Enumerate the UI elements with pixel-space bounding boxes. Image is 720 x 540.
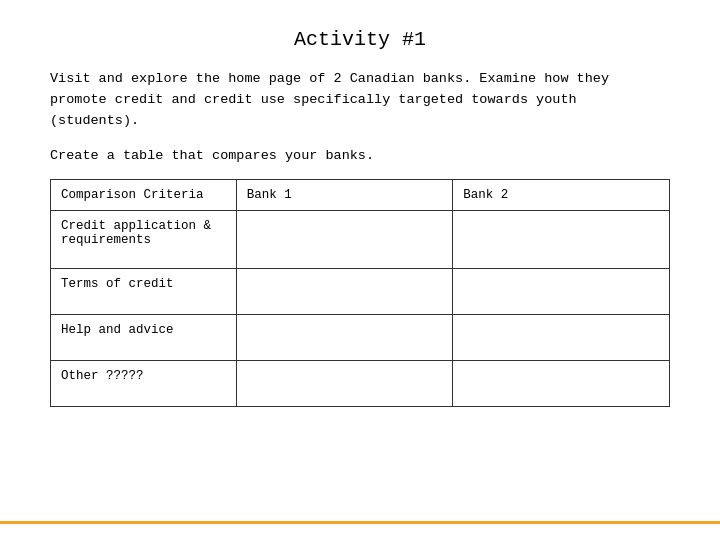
table-row: Help and advice bbox=[51, 314, 670, 360]
intro-text: Visit and explore the home page of 2 Can… bbox=[50, 69, 670, 132]
bank1-cell-0[interactable] bbox=[236, 210, 453, 268]
criteria-cell-2: Help and advice bbox=[51, 314, 237, 360]
page-title: Activity #1 bbox=[50, 28, 670, 51]
table-row: Credit application &requirements bbox=[51, 210, 670, 268]
bank1-cell-1[interactable] bbox=[236, 268, 453, 314]
criteria-cell-0: Credit application &requirements bbox=[51, 210, 237, 268]
header-bank1: Bank 1 bbox=[236, 179, 453, 210]
bank1-cell-2[interactable] bbox=[236, 314, 453, 360]
criteria-cell-1: Terms of credit bbox=[51, 268, 237, 314]
subtitle-text: Create a table that compares your banks. bbox=[50, 148, 670, 163]
table-row: Other ????? bbox=[51, 360, 670, 406]
page-container: Activity #1 Visit and explore the home p… bbox=[0, 0, 720, 540]
criteria-cell-3: Other ????? bbox=[51, 360, 237, 406]
bank1-cell-3[interactable] bbox=[236, 360, 453, 406]
bank2-cell-3[interactable] bbox=[453, 360, 670, 406]
table-header-row: Comparison Criteria Bank 1 Bank 2 bbox=[51, 179, 670, 210]
bank2-cell-0[interactable] bbox=[453, 210, 670, 268]
bank2-cell-2[interactable] bbox=[453, 314, 670, 360]
bank2-cell-1[interactable] bbox=[453, 268, 670, 314]
header-bank2: Bank 2 bbox=[453, 179, 670, 210]
table-row: Terms of credit bbox=[51, 268, 670, 314]
header-criteria: Comparison Criteria bbox=[51, 179, 237, 210]
comparison-table: Comparison Criteria Bank 1 Bank 2 Credit… bbox=[50, 179, 670, 407]
bottom-accent-line bbox=[0, 521, 720, 524]
